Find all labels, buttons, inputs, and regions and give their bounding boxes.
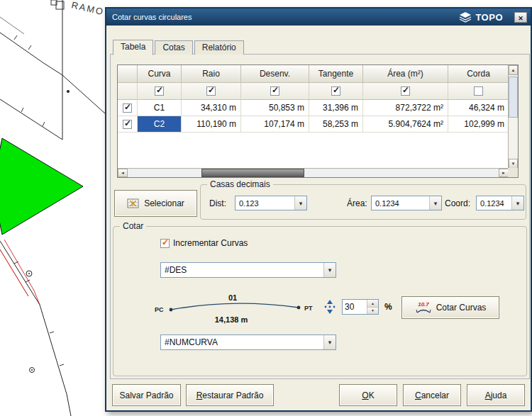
spin-up-icon[interactable] bbox=[367, 300, 378, 308]
horizontal-scroll-thumb[interactable] bbox=[201, 169, 304, 177]
cell-desenv[interactable]: 107,174 m bbox=[241, 116, 309, 133]
salvar-padrao-label: Salvar Padrão bbox=[119, 390, 173, 400]
survey-point bbox=[67, 90, 70, 93]
dist-combobox[interactable]: 0.123 bbox=[235, 196, 307, 210]
cell-desenv[interactable]: 50,853 m bbox=[241, 100, 309, 116]
vertical-scrollbar[interactable] bbox=[508, 65, 518, 169]
column-checkbox-area[interactable] bbox=[401, 86, 410, 96]
group-casas-decimais: Casas decimais Dist: 0.123 Área: 0.1234 … bbox=[200, 184, 526, 220]
cotar-curvas-label: Cotar Curvas bbox=[436, 303, 487, 313]
ajuda-button[interactable]: Ajuda bbox=[467, 384, 525, 406]
cell-raio[interactable]: 110,190 m bbox=[182, 116, 241, 133]
topo-logo: TOPO bbox=[458, 11, 503, 23]
coord-combobox[interactable]: 0.1234 bbox=[476, 196, 524, 210]
cell-curva-selected[interactable]: C2 bbox=[138, 116, 182, 133]
cotar-icon-value: 10.7 bbox=[418, 301, 429, 308]
incrementar-curvas-checkbox[interactable] bbox=[160, 239, 170, 248]
selecionar-button[interactable]: Selecionar bbox=[114, 190, 197, 217]
close-button[interactable] bbox=[514, 12, 527, 23]
cell-tangente[interactable]: 58,253 m bbox=[309, 116, 363, 133]
tabstrip: Tabela Cotas Relatório bbox=[113, 40, 245, 55]
restaurar-padrao-label: Restaurar Padrão bbox=[196, 390, 264, 400]
col-header-raio[interactable]: Raio bbox=[182, 65, 241, 83]
group-casas-decimais-label: Casas decimais bbox=[207, 179, 273, 189]
numcurva-combobox[interactable]: #NUMCURVA bbox=[160, 335, 336, 350]
chevron-down-icon[interactable] bbox=[294, 196, 306, 210]
topo-logo-text: TOPO bbox=[475, 12, 503, 23]
col-header-curva[interactable]: Curva bbox=[138, 65, 182, 83]
salvar-padrao-button[interactable]: Salvar Padrão bbox=[112, 384, 181, 406]
horizontal-scrollbar[interactable] bbox=[118, 168, 509, 177]
vertical-scroll-thumb[interactable] bbox=[509, 77, 518, 118]
col-header-desenv[interactable]: Desenv. bbox=[241, 65, 309, 83]
ok-label: OK bbox=[362, 390, 374, 400]
ok-button[interactable]: OK bbox=[339, 384, 397, 406]
tab-tabela[interactable]: Tabela bbox=[113, 40, 153, 55]
column-checkbox-curva[interactable] bbox=[155, 86, 164, 96]
column-checkbox-corda[interactable] bbox=[474, 86, 483, 96]
coord-label: Coord: bbox=[445, 198, 470, 208]
chevron-down-icon[interactable] bbox=[429, 196, 441, 210]
scroll-left-icon[interactable] bbox=[118, 169, 128, 177]
tab-cotas[interactable]: Cotas bbox=[155, 40, 192, 55]
coord-value: 0.1234 bbox=[477, 199, 511, 208]
cell-curva[interactable]: C1 bbox=[138, 100, 182, 116]
restaurar-padrao-button[interactable]: Restaurar Padrão bbox=[186, 384, 274, 406]
scroll-down-icon[interactable] bbox=[509, 159, 518, 169]
close-icon bbox=[518, 11, 523, 23]
dist-label: Dist: bbox=[209, 198, 226, 208]
titlebar: Cotar curvas circulares TOPO bbox=[106, 9, 531, 26]
table-empty-area bbox=[118, 133, 509, 169]
group-cotar: Cotar Incrementar Curvas #DES PC 01 14,1… bbox=[113, 226, 527, 376]
chevron-down-icon[interactable] bbox=[323, 263, 336, 277]
cell-raio[interactable]: 34,310 m bbox=[182, 100, 241, 116]
des-combobox[interactable]: #DES bbox=[160, 262, 336, 278]
scroll-up-icon[interactable] bbox=[509, 65, 518, 75]
tab-relatorio[interactable]: Relatório bbox=[194, 40, 244, 55]
curve-number-label: 01 bbox=[228, 293, 237, 302]
cotar-curvas-button[interactable]: 10.7 Cotar Curvas bbox=[401, 296, 499, 319]
cancelar-button[interactable]: Cancelar bbox=[403, 384, 461, 406]
dist-value: 0.123 bbox=[235, 199, 294, 208]
select-table-icon bbox=[127, 198, 140, 210]
column-checkbox-desenv[interactable] bbox=[270, 86, 279, 96]
curves-table: Curva Raio Desenv. Tangente Área (m²) Co… bbox=[117, 64, 519, 178]
chevron-down-icon[interactable] bbox=[323, 335, 336, 349]
cell-corda[interactable]: 102,999 m bbox=[448, 116, 509, 133]
table-header-row: Curva Raio Desenv. Tangente Área (m²) Co… bbox=[118, 65, 518, 83]
row-checkbox[interactable] bbox=[123, 103, 132, 113]
area-label: Área: bbox=[347, 198, 367, 208]
area-combobox[interactable]: 0.1234 bbox=[371, 196, 442, 210]
col-header-tangente[interactable]: Tangente bbox=[309, 65, 363, 83]
column-checkbox-tangente[interactable] bbox=[331, 86, 340, 96]
offset-icon bbox=[323, 299, 336, 315]
col-header-corda[interactable]: Corda bbox=[448, 65, 509, 83]
ajuda-label: Ajuda bbox=[485, 390, 507, 400]
table-row: C2 110,190 m 107,174 m 58,253 m 5.904,76… bbox=[118, 116, 518, 133]
chevron-down-icon[interactable] bbox=[511, 196, 523, 210]
cancelar-label: Cancelar bbox=[415, 390, 449, 400]
cell-corda[interactable]: 46,324 m bbox=[448, 100, 509, 116]
percent-spinner[interactable] bbox=[342, 299, 379, 315]
percent-sign-label: % bbox=[384, 302, 392, 312]
dialog-title: Cotar curvas circulares bbox=[112, 13, 458, 21]
curve-preview-diagram: PC 01 14,138 m PT bbox=[153, 292, 318, 326]
row-checkbox[interactable] bbox=[123, 120, 132, 129]
cell-area[interactable]: 872,3722 m² bbox=[363, 100, 448, 116]
cell-area[interactable]: 5.904,7624 m² bbox=[363, 116, 448, 133]
vertical-scroll-track[interactable] bbox=[509, 75, 518, 159]
spin-down-icon[interactable] bbox=[367, 308, 378, 315]
area-value: 0.1234 bbox=[372, 199, 429, 208]
pt-label: PT bbox=[304, 305, 313, 312]
tab-panel-tabela: Curva Raio Desenv. Tangente Área (m²) Co… bbox=[110, 54, 530, 379]
percent-input[interactable] bbox=[343, 300, 367, 314]
column-checkbox-raio[interactable] bbox=[206, 86, 216, 96]
group-cotar-label: Cotar bbox=[120, 221, 146, 231]
scrollbar-corner bbox=[508, 168, 518, 177]
cell-tangente[interactable]: 31,396 m bbox=[309, 100, 363, 116]
col-header-area[interactable]: Área (m²) bbox=[363, 65, 448, 83]
pc-label: PC bbox=[155, 306, 164, 313]
horizontal-scroll-track[interactable] bbox=[128, 169, 499, 177]
curve-length-label: 14,138 m bbox=[215, 315, 248, 324]
scroll-right-icon[interactable] bbox=[499, 169, 509, 177]
